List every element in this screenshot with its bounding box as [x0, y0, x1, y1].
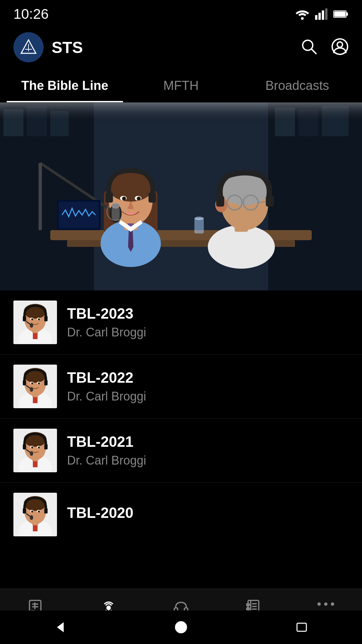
- svg-rect-36: [148, 193, 156, 203]
- item-subtitle-3: Dr. Carl Broggi: [67, 453, 349, 468]
- list-item[interactable]: TBL-2020: [0, 483, 362, 540]
- svg-point-136: [317, 602, 321, 606]
- status-bar: 10:26: [0, 0, 362, 25]
- svg-rect-55: [216, 196, 224, 207]
- item-title-4: TBL-2020: [67, 504, 349, 521]
- svg-rect-83: [44, 380, 48, 385]
- svg-rect-69: [44, 316, 48, 321]
- svg-marker-139: [57, 622, 64, 632]
- recents-icon: [296, 621, 308, 633]
- android-nav-bar: [0, 610, 362, 644]
- hero-image: [0, 103, 362, 290]
- tab-bar: The Bible Line MFTH Broadcasts: [0, 69, 362, 103]
- svg-rect-96: [23, 444, 26, 449]
- home-icon: [174, 621, 188, 634]
- status-icons: [295, 8, 349, 20]
- svg-rect-82: [23, 380, 26, 385]
- list-item[interactable]: TBL-2022 Dr. Carl Broggi: [0, 355, 362, 419]
- profile-button[interactable]: [331, 38, 349, 57]
- list-item[interactable]: TBL-2021 Dr. Carl Broggi: [0, 419, 362, 483]
- more-icon: [317, 599, 335, 609]
- svg-rect-35: [106, 193, 113, 203]
- item-info-3: TBL-2021 Dr. Carl Broggi: [67, 433, 349, 468]
- svg-rect-59: [194, 218, 204, 233]
- svg-rect-68: [23, 316, 26, 321]
- recents-button[interactable]: [292, 617, 312, 637]
- svg-rect-4: [325, 8, 327, 20]
- person-thumbnail-4: [13, 493, 57, 536]
- item-title-3: TBL-2021: [67, 433, 349, 450]
- back-button[interactable]: [50, 617, 70, 637]
- list-container: TBL-2023 Dr. Carl Broggi: [0, 290, 362, 540]
- logo-icon: [18, 37, 39, 57]
- thumbnail-tbl-2022: [13, 365, 57, 408]
- signal-icon: [315, 8, 328, 20]
- profile-icon: [331, 38, 349, 55]
- svg-point-11: [303, 40, 313, 50]
- tab-broadcasts[interactable]: Broadcasts: [239, 69, 355, 102]
- svg-point-43: [112, 203, 120, 209]
- tab-mfth[interactable]: MFTH: [123, 69, 239, 102]
- svg-rect-2: [318, 13, 321, 20]
- back-icon: [54, 621, 67, 634]
- header-right: [300, 38, 349, 57]
- search-icon: [300, 38, 318, 55]
- svg-rect-61: [0, 103, 362, 123]
- svg-point-138: [331, 602, 334, 606]
- svg-rect-3: [322, 10, 324, 20]
- item-title-1: TBL-2023: [67, 305, 349, 322]
- person-thumbnail-1: [13, 301, 57, 344]
- svg-point-89: [38, 382, 40, 384]
- svg-point-102: [31, 446, 33, 448]
- svg-point-0: [301, 17, 304, 20]
- svg-point-137: [324, 602, 327, 606]
- app-logo[interactable]: [13, 32, 44, 62]
- thumbnail-tbl-2020: [13, 493, 57, 536]
- item-info-2: TBL-2022 Dr. Carl Broggi: [67, 369, 349, 404]
- thumbnail-tbl-2021: [13, 429, 57, 472]
- list-item[interactable]: TBL-2023 Dr. Carl Broggi: [0, 290, 362, 355]
- person-thumbnail-2: [13, 365, 57, 408]
- header-left: STS: [13, 32, 83, 62]
- person-thumbnail-3: [13, 429, 57, 472]
- svg-rect-56: [266, 196, 274, 207]
- thumbnail-tbl-2023: [13, 301, 57, 344]
- svg-point-103: [38, 446, 40, 448]
- svg-point-34: [137, 197, 141, 201]
- svg-point-60: [194, 217, 204, 220]
- svg-point-75: [38, 318, 40, 320]
- svg-point-74: [31, 318, 33, 320]
- svg-rect-58: [59, 202, 99, 228]
- scroll-content: TBL-2023 Dr. Carl Broggi: [0, 103, 362, 613]
- item-title-2: TBL-2022: [67, 369, 349, 386]
- svg-rect-24: [50, 230, 312, 240]
- svg-rect-141: [297, 623, 306, 631]
- wifi-icon: [295, 8, 310, 20]
- search-button[interactable]: [300, 38, 318, 57]
- item-info-4: TBL-2020: [67, 504, 349, 525]
- svg-rect-97: [44, 444, 48, 449]
- home-button[interactable]: [171, 617, 191, 637]
- item-subtitle-1: Dr. Carl Broggi: [67, 325, 349, 339]
- svg-point-117: [38, 511, 40, 513]
- tab-bible-line[interactable]: The Bible Line: [7, 69, 123, 102]
- svg-rect-6: [334, 11, 346, 17]
- svg-point-113: [30, 515, 33, 520]
- header: STS: [0, 25, 362, 69]
- app-name: STS: [52, 38, 83, 57]
- battery-icon: [333, 9, 349, 19]
- item-info-1: TBL-2023 Dr. Carl Broggi: [67, 305, 349, 339]
- item-subtitle-2: Dr. Carl Broggi: [67, 389, 349, 404]
- svg-point-33: [122, 197, 126, 201]
- status-time: 10:26: [13, 6, 49, 22]
- svg-rect-111: [44, 508, 48, 514]
- studio-illustration: [0, 103, 362, 290]
- svg-point-116: [31, 511, 33, 513]
- svg-line-12: [311, 49, 316, 54]
- svg-rect-7: [346, 12, 348, 16]
- svg-rect-110: [23, 508, 26, 514]
- svg-point-14: [337, 42, 343, 47]
- svg-point-140: [175, 621, 187, 633]
- svg-point-88: [31, 382, 33, 384]
- svg-rect-1: [315, 15, 317, 20]
